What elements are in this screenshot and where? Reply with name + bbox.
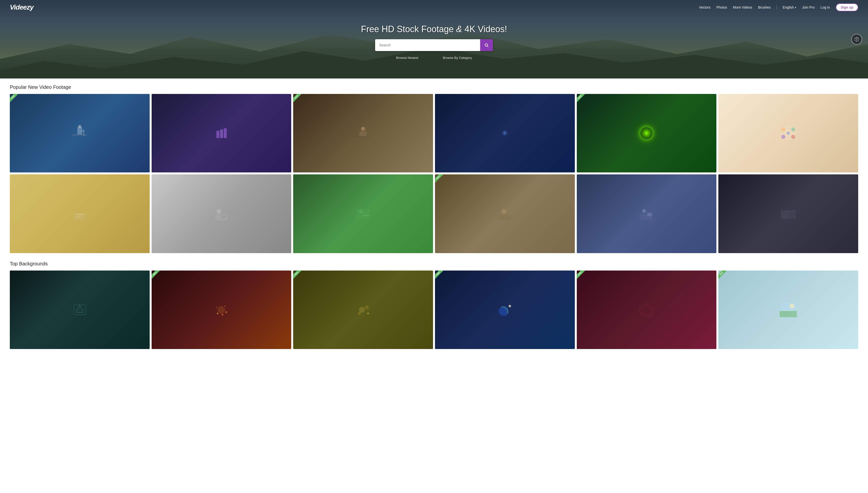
video-thumb-7[interactable] [10,174,150,253]
popular-video-grid [10,94,858,253]
svg-point-35 [789,212,795,218]
popular-section-title: Popular New Video Footage [10,84,858,90]
nav-brushes[interactable]: Brushes [758,5,770,9]
svg-point-18 [791,135,795,139]
svg-rect-57 [780,311,797,317]
search-input[interactable] [375,39,480,51]
signup-button[interactable]: Sign up [836,3,858,11]
svg-point-23 [216,209,221,214]
browse-newest-link[interactable]: Browse Newest [396,56,418,60]
bg-bg-1 [10,271,150,349]
thumb-bg-2 [152,94,292,172]
pro-badge-bg-4 [435,271,444,279]
video-thumb-2[interactable] [152,94,292,172]
navbar: Videezy Vectors Photos More Videos Brush… [0,0,868,15]
browse-category-link[interactable]: Browse By Category [443,56,472,60]
svg-rect-28 [363,215,369,216]
green-sphere [640,127,653,139]
thumb-bg-11 [577,174,717,253]
hero-title: Free HD Stock Footage & 4K Videos! [361,24,507,34]
svg-point-15 [781,128,785,131]
backgrounds-section-title: Top Backgrounds [10,261,858,266]
svg-point-58 [789,304,795,308]
browse-links: Browse Newest Browse By Category [396,56,472,60]
svg-point-48 [358,312,361,315]
svg-point-27 [359,210,363,213]
bg-thumb-6[interactable] [718,271,858,349]
video-thumb-6[interactable] [718,94,858,172]
thumb-bg-10 [435,174,575,253]
svg-rect-8 [220,129,223,138]
svg-rect-30 [499,215,511,220]
thumb-bg-7 [10,174,150,253]
svg-point-41 [217,313,218,314]
thumb-bg-8 [152,174,292,253]
video-thumb-3[interactable] [293,94,433,172]
pro-badge-bg-6 [718,271,727,279]
thumb-bg-4 [435,94,575,172]
thumb-bg-1 [10,94,150,172]
bg-bg-5 [577,271,717,349]
svg-rect-6 [81,131,85,131]
svg-point-16 [791,128,795,131]
pro-badge-10 [435,174,444,183]
svg-point-10 [361,127,365,131]
pro-badge-1 [10,94,19,103]
svg-point-29 [501,209,506,214]
svg-point-42 [225,306,226,306]
thumb-bg-12 [718,174,858,253]
video-thumb-4[interactable] [435,94,575,172]
bg-bg-6 [718,271,858,349]
bg-thumb-1[interactable] [10,271,150,349]
site-logo[interactable]: Videezy [10,3,34,11]
svg-point-19 [787,132,790,135]
svg-marker-53 [641,306,651,315]
svg-rect-12 [356,136,371,137]
nav-more-videos[interactable]: More Videos [733,5,752,9]
svg-line-1 [487,46,488,47]
pro-badge-bg-2 [152,271,161,279]
video-thumb-10[interactable] [435,174,575,253]
svg-rect-26 [356,209,371,219]
svg-rect-7 [216,131,219,138]
svg-rect-25 [222,216,226,218]
video-thumb-5[interactable] [577,94,717,172]
pro-badge-bg-3 [293,271,302,279]
thumb-bg-6 [718,94,858,172]
nav-vectors[interactable]: Vectors [699,5,711,9]
svg-point-46 [359,307,365,313]
search-button[interactable] [480,39,493,51]
svg-point-49 [367,313,369,315]
svg-point-44 [216,307,217,308]
svg-point-50 [499,306,509,316]
pro-badge-bg-5 [577,271,586,279]
join-pro-link[interactable]: Join Pro [802,5,814,9]
thumb-bg-5 [577,94,717,172]
brand-icon [851,34,862,45]
pro-badge-5 [577,94,586,103]
svg-point-51 [509,305,511,307]
nav-divider [777,5,777,9]
login-link[interactable]: Log in [821,5,830,9]
bg-thumb-4[interactable] [435,271,575,349]
svg-point-43 [225,311,227,313]
bg-thumb-2[interactable] [152,271,292,349]
virus-visual [499,127,511,139]
video-thumb-9[interactable] [293,174,433,253]
search-bar [375,39,493,51]
video-thumb-12[interactable] [718,174,858,253]
video-thumb-1[interactable] [10,94,150,172]
bg-thumb-5[interactable] [577,271,717,349]
bg-thumb-3[interactable] [293,271,433,349]
svg-point-0 [485,44,488,46]
svg-rect-21 [76,214,83,215]
video-thumb-8[interactable] [152,174,292,253]
backgrounds-video-grid [10,271,858,349]
svg-rect-11 [359,131,367,136]
video-thumb-11[interactable] [577,174,717,253]
svg-rect-9 [224,128,227,138]
nav-photos[interactable]: Photos [716,5,727,9]
language-selector[interactable]: English [783,5,796,9]
bg-bg-3 [293,271,433,349]
svg-rect-33 [647,213,652,216]
